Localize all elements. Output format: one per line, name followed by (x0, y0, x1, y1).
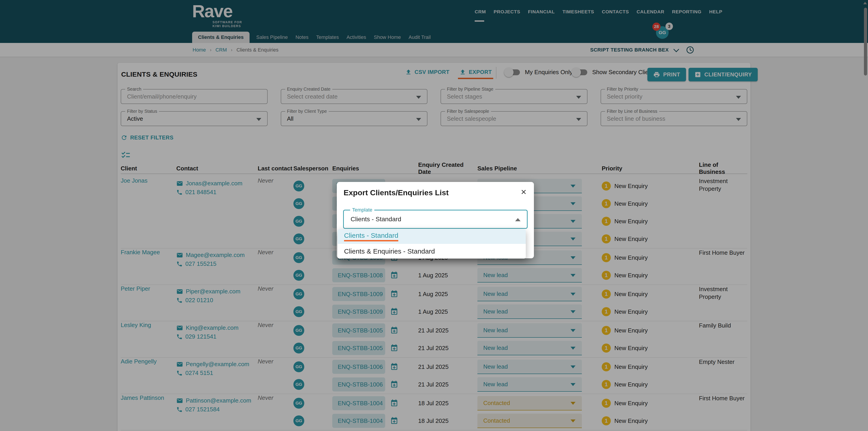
option-clients-enquiries-standard[interactable]: Clients & Enquiries - Standard (338, 244, 526, 258)
close-icon[interactable]: ✕ (521, 188, 527, 196)
dialog-title: Export Clients/Enquiries List (344, 188, 527, 197)
template-select[interactable]: Template Clients - Standard (343, 210, 528, 229)
template-select-value: Clients - Standard (350, 210, 401, 228)
template-options-menu: Clients - Standard Clients & Enquiries -… (338, 229, 526, 258)
caret-up-icon (515, 218, 521, 221)
option-clients-standard[interactable]: Clients - Standard (338, 229, 526, 244)
